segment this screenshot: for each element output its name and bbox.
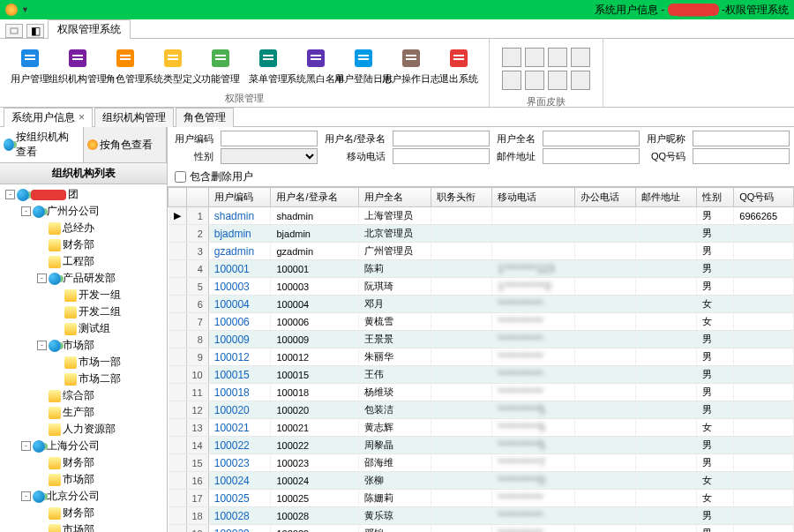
tree-node[interactable]: -北京分公司 [4,488,163,505]
col-header[interactable] [169,188,187,207]
col-header[interactable]: 性别 [696,188,733,207]
ribbon-btn-2[interactable]: 角色管理 [102,42,148,92]
tree-node[interactable]: 开发一组 [4,287,163,303]
minimize-ribbon-icon[interactable] [5,24,23,38]
view-tab-by-role[interactable]: 按角色查看 [84,127,168,162]
doc-tab[interactable]: 系统用户信息× [4,108,93,127]
tree-node[interactable]: -团 [4,186,163,203]
user-code-link[interactable]: 100004 [214,298,250,311]
user-code-link[interactable]: shadmin [214,210,254,222]
col-header[interactable]: QQ号码 [734,188,794,207]
user-code-link[interactable]: 100012 [214,351,250,363]
table-row[interactable]: 18100028100028黄乐琼***********男 [169,507,794,525]
table-row[interactable]: 16100024100024张柳**********0女 [169,472,794,490]
table-row[interactable]: ▶1shadminshadmin上海管理员男6966265 [169,207,794,225]
table-row[interactable]: 13100021100021黄志辉**********5女 [169,419,794,437]
tree-node[interactable]: 开发二组 [4,303,163,320]
input-mobile[interactable] [393,148,490,164]
col-header[interactable]: 移动电话 [492,188,574,207]
user-code-link[interactable]: 100022 [214,439,250,452]
table-row[interactable]: 17100025100025陈姗莉***********女 [169,490,794,507]
tree-node[interactable]: -上海分公司 [4,438,163,454]
ribbon-btn-8[interactable]: 用户操作日志 [388,42,434,92]
table-row[interactable]: 7100006100006黄梳雪***********女 [169,313,794,331]
table-row[interactable]: 9100012100012朱丽华***********男 [169,348,794,366]
user-code-link[interactable]: 100015 [214,369,250,381]
user-code-link[interactable]: 100020 [214,404,250,416]
select-gender[interactable] [221,148,318,164]
ribbon-options-icon[interactable]: ◧ [26,24,44,38]
ribbon-tab-main[interactable]: 权限管理系统 [48,19,131,39]
user-code-link[interactable]: 100003 [214,281,250,293]
table-row[interactable]: 14100022100022周黎晶**********5男 [169,437,794,454]
tree-node[interactable]: -产品研发部 [4,270,163,287]
tree-node[interactable]: -广州分公司 [4,203,163,220]
input-code[interactable] [221,131,318,146]
user-code-link[interactable]: 100021 [214,422,250,434]
tree-node[interactable]: 财务部 [4,236,163,253]
ribbon-btn-7[interactable]: 用户登陆日志 [341,42,386,92]
expander-icon[interactable]: - [21,491,31,501]
table-row[interactable]: 3gzadmingzadmin广州管理员男 [169,243,794,260]
expander-icon[interactable]: - [5,190,15,199]
ribbon-btn-9[interactable]: 退出系统 [436,42,482,92]
tree-node[interactable]: 市场一部 [4,354,163,371]
expander-icon[interactable]: - [37,341,47,350]
col-header[interactable]: 用户全名 [358,188,431,207]
input-login[interactable] [393,131,490,146]
tree-node[interactable]: 财务部 [4,454,163,471]
expander-icon[interactable]: - [37,273,47,283]
table-row[interactable]: 2bjadminbjadmin北京管理员男 [169,225,794,243]
ribbon-btn-3[interactable]: 系统类型定义 [150,42,196,92]
user-code-link[interactable]: 100009 [214,333,250,346]
col-header[interactable]: 职务头衔 [431,188,492,207]
expander-icon[interactable]: - [21,206,31,216]
user-code-link[interactable]: bjadmin [214,228,251,240]
user-grid[interactable]: 用户编码用户名/登录名用户全名职务头衔移动电话办公电话邮件地址性别QQ号码 ▶1… [168,187,794,532]
table-row[interactable]: 8100009100009王景景***********男 [169,331,794,348]
tree-node[interactable]: 测试组 [4,320,163,337]
expander-icon[interactable]: - [21,441,31,451]
tree-node[interactable]: 市场部 [4,521,163,532]
ribbon-btn-4[interactable]: 功能管理 [198,42,243,92]
doc-tab[interactable]: 组织机构管理 [94,108,174,127]
table-row[interactable]: 4100001100001陈莉1********123男 [169,260,794,278]
org-tree[interactable]: -团-广州分公司总经办财务部工程部-产品研发部开发一组开发二组测试组-市场部市场… [0,184,167,532]
user-code-link[interactable]: 100001 [214,263,250,275]
user-code-link[interactable]: gzadmin [214,245,254,258]
input-nick[interactable] [693,131,790,146]
table-row[interactable]: 6100004100004邓月***********女 [169,296,794,313]
user-code-link[interactable]: 100029 [214,528,250,533]
ribbon-btn-0[interactable]: 用户管理 [7,42,53,92]
qat-dropdown-icon[interactable]: ▼ [21,5,29,14]
view-tab-by-org[interactable]: 按组织机构查看 [0,127,84,162]
table-row[interactable]: 5100003100003阮琪琦1**********0男 [169,278,794,296]
user-code-link[interactable]: 100023 [214,457,250,469]
table-row[interactable]: 11100018100018杨维琰***********男 [169,384,794,401]
table-row[interactable]: 12100020100020包装洁**********5男 [169,401,794,419]
skin-gallery[interactable] [497,42,596,95]
tree-node[interactable]: 生产部 [4,404,163,421]
col-header[interactable] [186,188,208,207]
user-code-link[interactable]: 100018 [214,386,250,399]
tree-node[interactable]: 人力资源部 [4,421,163,438]
tree-node[interactable]: 市场部 [4,471,163,488]
tree-node[interactable]: 总经办 [4,220,163,236]
table-row[interactable]: 10100015100015王伟***********男 [169,366,794,384]
user-code-link[interactable]: 100024 [214,475,250,487]
col-header[interactable]: 用户编码 [208,188,271,207]
col-header[interactable]: 邮件地址 [635,188,696,207]
table-row[interactable]: 19100029100029邓锦***********男 [169,525,794,533]
user-code-link[interactable]: 100025 [214,492,250,505]
tree-node[interactable]: 综合部 [4,387,163,404]
col-header[interactable]: 办公电话 [574,188,635,207]
input-qq[interactable] [693,148,790,164]
tree-node[interactable]: 财务部 [4,505,163,521]
close-icon[interactable]: × [79,111,85,124]
tree-node[interactable]: 市场二部 [4,371,163,387]
doc-tab[interactable]: 角色管理 [176,108,234,127]
ribbon-btn-5[interactable]: 菜单管理 [245,42,291,92]
tree-node[interactable]: 工程部 [4,253,163,270]
table-row[interactable]: 15100023100023邵海维**********7男 [169,454,794,472]
user-code-link[interactable]: 100006 [214,316,250,328]
